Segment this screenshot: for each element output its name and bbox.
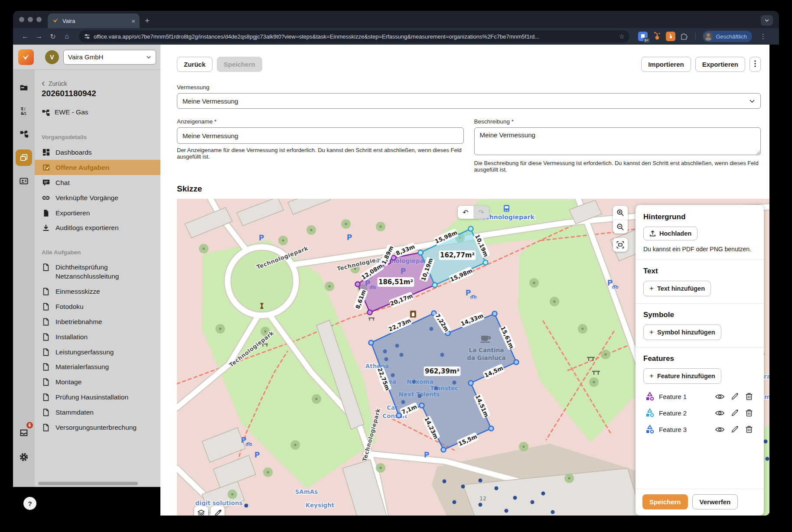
layers-button[interactable]	[194, 506, 208, 516]
importieren-button[interactable]: Importieren	[641, 57, 691, 72]
site-settings-icon[interactable]	[84, 33, 90, 39]
task-item-stammdaten[interactable]: Stammdaten	[35, 405, 160, 420]
polygon-vertex-handle[interactable]	[492, 311, 497, 316]
feature-hinzufuegen-button[interactable]: + Feature hinzufügen	[643, 368, 721, 384]
more-options-button[interactable]	[750, 57, 761, 72]
zoom-in-button[interactable]	[613, 206, 628, 220]
extensions-puzzle-icon[interactable]	[680, 32, 688, 41]
feature-edit-button[interactable]	[729, 426, 740, 433]
feature-visibility-button[interactable]	[714, 426, 725, 433]
browser-tab[interactable]: Vaira ×	[48, 13, 140, 28]
polygon-vertex-handle[interactable]	[469, 227, 473, 231]
org-select[interactable]: Vaira GmbH	[63, 50, 156, 65]
help-button[interactable]: ?	[23, 497, 36, 510]
polygon-vertex-handle[interactable]	[483, 260, 488, 265]
beschreibung-textarea[interactable]: Meine Vermessung	[474, 127, 761, 155]
polygon-vertex-handle[interactable]	[469, 381, 473, 386]
maximize-window-button[interactable]	[36, 17, 42, 22]
zoom-out-button[interactable]	[613, 220, 628, 234]
feature-row-2[interactable]: Feature 2	[643, 405, 756, 421]
sidebar-item-verknuepfte-vorgaenge[interactable]: Verknüpfte Vorgänge	[35, 190, 160, 206]
sidebar-item-dashboards[interactable]: Dashboards	[35, 145, 160, 160]
close-window-button[interactable]	[19, 17, 24, 22]
task-item-montage[interactable]: Montage	[35, 375, 160, 390]
polygon-vertex-handle[interactable]	[433, 283, 437, 288]
rail-contacts-button[interactable]	[16, 173, 32, 189]
polygon-vertex-handle[interactable]	[355, 282, 360, 287]
polygon-vertex-handle[interactable]	[397, 413, 401, 418]
rail-placeholders-button[interactable]: Ŧ♪&⁒	[16, 103, 32, 119]
forward-button[interactable]: →	[33, 32, 45, 40]
feature-edit-button[interactable]	[729, 409, 740, 417]
vaira-logo[interactable]	[18, 49, 34, 65]
minimize-window-button[interactable]	[28, 17, 33, 22]
org-avatar[interactable]: V	[45, 50, 59, 64]
bookmark-star-icon[interactable]: ☆	[619, 33, 625, 40]
undo-button[interactable]: ↶	[458, 206, 473, 219]
task-item-dichtheitspruefung[interactable]: Dichtheitsprüfung Netzanschlussleitung	[35, 260, 160, 284]
task-item-fotodoku[interactable]: Fotodoku	[35, 299, 160, 315]
rail-settings-button[interactable]	[16, 449, 32, 465]
url-text[interactable]: office.vaira.app/o/c7be7mnm5f1rdro8tg2g/…	[94, 33, 616, 40]
map-canvas[interactable]: TechnologieparkTechnologieparkTechnologi…	[177, 199, 769, 516]
polygon-vertex-handle[interactable]	[489, 426, 494, 431]
workflow-label[interactable]: EWE - Gas	[35, 104, 160, 128]
symbol-hinzufuegen-button[interactable]: + Symbol hinzufügen	[643, 324, 721, 340]
sidebar-item-exportieren[interactable]: Exportieren	[35, 206, 160, 221]
polygon-vertex-handle[interactable]	[391, 256, 396, 260]
draw-button[interactable]	[211, 506, 225, 516]
zurueck-button[interactable]: Zurück	[177, 57, 212, 72]
exportieren-button[interactable]: Exportieren	[695, 57, 745, 72]
fit-view-button[interactable]	[613, 238, 628, 252]
vermessung-select[interactable]: Meine Vermessung	[177, 93, 761, 109]
tab-search-button[interactable]	[761, 15, 773, 26]
reload-button[interactable]: ↻	[47, 32, 59, 41]
undo-redo-controls[interactable]: ↶ ↷	[458, 206, 489, 219]
task-item-inbetriebnahme[interactable]: Inbetriebnahme	[35, 315, 160, 330]
address-bar[interactable]: office.vaira.app/o/c7be7mnm5f1rdro8tg2g/…	[79, 30, 629, 42]
panel-verwerfen-button[interactable]: Verwerfen	[692, 494, 738, 509]
anzeigename-input[interactable]	[177, 127, 464, 144]
feature-visibility-button[interactable]	[714, 410, 725, 416]
task-item-versorgungsunterbrechung[interactable]: Versorgungsunterbrechung	[35, 420, 160, 435]
task-item-einmessskizze[interactable]: Einmessskizze	[35, 284, 160, 299]
feature-delete-button[interactable]	[744, 409, 754, 417]
back-button[interactable]: ←	[19, 32, 31, 40]
feature-delete-button[interactable]	[744, 425, 754, 433]
polygon-vertex-handle[interactable]	[441, 448, 446, 452]
polygon-vertex-handle[interactable]	[418, 250, 423, 255]
polygon-vertex-handle[interactable]	[369, 341, 374, 345]
rail-instances-button[interactable]	[16, 149, 32, 166]
feature-visibility-button[interactable]	[714, 393, 725, 400]
polygon-vertex-handle[interactable]	[420, 403, 424, 408]
profile-button[interactable]: Geschäftlich	[703, 31, 752, 42]
sidebar-item-auditlogs[interactable]: Auditlogs exportieren	[35, 221, 160, 235]
rail-projects-button[interactable]	[16, 79, 32, 96]
orange-extension-icon[interactable]	[666, 32, 675, 41]
new-tab-button[interactable]: +	[140, 13, 155, 28]
sidebar-item-chat[interactable]: Chat	[35, 175, 160, 190]
feature-row-3[interactable]: Feature 3	[643, 421, 756, 438]
task-item-materialerfassung[interactable]: Materialerfassung	[35, 360, 160, 375]
feature-row-1[interactable]: Feature 1	[643, 388, 756, 405]
feature-edit-button[interactable]	[729, 393, 740, 400]
rail-workflows-button[interactable]	[16, 126, 32, 143]
polygon-vertex-handle[interactable]	[368, 310, 372, 315]
browser-menu-button[interactable]: ⋮	[756, 32, 770, 40]
sidebar-back-link[interactable]: Zurück	[35, 80, 160, 87]
feature-delete-button[interactable]	[744, 393, 754, 400]
redo-button[interactable]: ↷	[473, 206, 489, 219]
speichern-button[interactable]: Speichern	[217, 57, 262, 72]
polygon-vertex-handle[interactable]	[514, 360, 519, 365]
panel-speichern-button[interactable]: Speichern	[642, 494, 688, 509]
hubspot-extension-icon[interactable]	[652, 32, 662, 41]
sidebar-horizontal-scrollbar[interactable]	[38, 482, 138, 485]
task-item-installation[interactable]: Installation	[35, 330, 160, 345]
rail-notifications-button[interactable]: 6	[16, 425, 32, 441]
home-button[interactable]: ⌂	[61, 32, 73, 40]
hochladen-button[interactable]: Hochladen	[643, 227, 697, 240]
close-tab-icon[interactable]: ×	[131, 17, 135, 25]
text-hinzufuegen-button[interactable]: + Text hinzufügen	[643, 281, 711, 296]
task-item-pruefung-hausinstallation[interactable]: Prüfung Hausinstallation	[35, 390, 160, 405]
window-controls[interactable]	[19, 11, 48, 28]
